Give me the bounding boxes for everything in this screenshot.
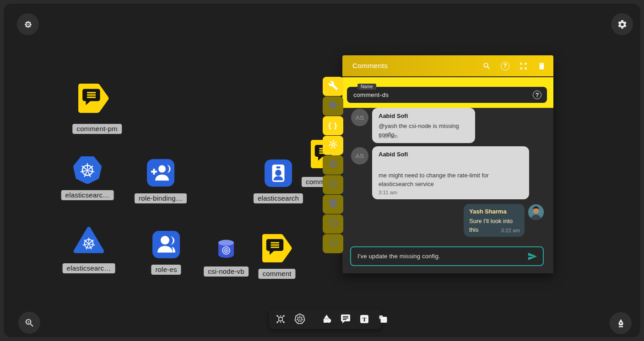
node-comment[interactable] [261, 233, 293, 266]
csi-cylinder-icon [217, 239, 235, 258]
gear-icon [617, 19, 628, 30]
avatar-photo [528, 204, 544, 220]
chat-message: Yash Sharma Sure I'll look into this 3:2… [464, 204, 525, 237]
name-section: Name ? [342, 76, 553, 108]
help-glyph: ? [536, 92, 539, 98]
zoom-button[interactable] [18, 312, 40, 334]
kubernetes-tool-icon[interactable] [294, 313, 306, 325]
comment-node-icon [261, 233, 293, 264]
kubernetes-heptagon-icon [73, 155, 102, 184]
delete-icon[interactable] [537, 62, 546, 70]
network-tool-icon[interactable] [275, 314, 286, 325]
node-label: role-es [151, 265, 181, 275]
comment-node-icon [77, 82, 110, 114]
design-canvas[interactable]: comment-pm elasticsearc… role-binding… [4, 4, 640, 337]
doc-search-icon [328, 179, 338, 191]
send-icon[interactable] [527, 251, 537, 261]
avatar-initials: AS [355, 153, 364, 160]
role-binding-icon [147, 159, 174, 186]
zoom-in-icon [24, 318, 35, 328]
mesh-tool-button[interactable] [323, 136, 343, 155]
panel-title: Comments [352, 62, 388, 70]
history-icon [328, 238, 338, 250]
message-author: Aabid Sofi [379, 151, 408, 158]
node-label: comment [258, 269, 295, 279]
flower-logo-icon [23, 20, 33, 29]
settings-button[interactable] [611, 13, 633, 35]
app-logo-button[interactable] [17, 13, 39, 35]
image-tool-icon[interactable] [378, 314, 389, 325]
name-field[interactable]: Name ? [347, 87, 547, 103]
wrench-icon [328, 80, 338, 92]
shape-dock: T [269, 309, 382, 329]
chat-input-field[interactable] [350, 246, 544, 266]
braces-icon: { } [329, 122, 338, 130]
pen-nib-icon [616, 318, 626, 329]
json-tool-button[interactable]: { } [323, 116, 343, 135]
name-help-icon[interactable]: ? [533, 91, 541, 99]
message-author: Yash Sharma [469, 208, 507, 215]
message-text: me might need to change the rate-limit f… [379, 171, 524, 188]
node-label: comment-pm [72, 124, 122, 134]
avatar: AS [351, 147, 368, 165]
inspect-tool-button[interactable] [323, 175, 343, 194]
shapes-tool-icon[interactable] [321, 314, 332, 325]
node-role-binding[interactable] [147, 159, 174, 186]
node-label: elasticsearc… [61, 190, 114, 200]
node-elasticsearch-triangle[interactable] [74, 226, 104, 256]
node-label: elasticsearc… [63, 263, 115, 273]
message-time: 3:11 am [379, 190, 397, 195]
node-role-es[interactable] [152, 231, 180, 258]
tags-icon [328, 100, 338, 112]
comments-panel: Comments ? Name ? AS Aabid Sofi [342, 55, 553, 273]
role-icon [152, 231, 180, 258]
history-tool-button[interactable] [323, 234, 343, 253]
chat-message: Aabid Sofi @yash the csi-node is missing… [372, 108, 475, 143]
comment-tool-icon[interactable] [340, 314, 351, 325]
avatar-initials: AS [355, 114, 364, 121]
node-label: role-binding… [135, 193, 187, 203]
search-icon[interactable] [482, 62, 491, 70]
person-photo [528, 204, 544, 220]
configure-tool-button[interactable] [323, 77, 343, 96]
avatar: AS [351, 109, 368, 126]
app-window: comment-pm elasticsearc… role-binding… [0, 0, 644, 341]
message-time: 3:22 am [501, 228, 520, 233]
policy-tool-button[interactable] [323, 195, 343, 214]
expand-icon[interactable] [519, 62, 528, 70]
github-icon [328, 218, 338, 230]
text-glyph: T [362, 316, 366, 323]
kubernetes-triangle-icon [74, 226, 104, 254]
name-input[interactable] [353, 91, 533, 98]
shield-icon [328, 198, 338, 210]
message-author: Aabid Sofi [379, 112, 408, 119]
node-csi-node-vb[interactable] [217, 239, 235, 260]
github-tool-button[interactable] [323, 214, 343, 234]
gear-icon [328, 159, 338, 171]
service-account-badge-icon [265, 160, 292, 187]
node-label: elasticsearch [254, 193, 303, 203]
text-tool-icon[interactable]: T [359, 314, 370, 325]
comments-panel-header: Comments ? [342, 55, 553, 76]
node-elasticsearch-serviceaccount[interactable] [265, 160, 292, 187]
node-comment-pm[interactable] [77, 82, 110, 116]
draw-tool-button[interactable] [610, 312, 632, 334]
labels-tool-button[interactable] [323, 96, 343, 116]
settings-tool-button[interactable] [323, 155, 343, 175]
mesh-hub-icon [328, 139, 338, 151]
help-icon[interactable]: ? [501, 62, 509, 70]
help-glyph: ? [503, 63, 507, 69]
node-action-toolbar: { } [323, 77, 343, 254]
chat-message: Aabid Sofi me might need to change the r… [372, 146, 529, 199]
node-elasticsearch-heptagon[interactable] [73, 155, 102, 186]
node-label: csi-node-vb [204, 266, 249, 277]
message-time: 3:10 am [379, 133, 398, 139]
name-field-label: Name [357, 84, 376, 90]
chat-input[interactable] [357, 253, 527, 260]
